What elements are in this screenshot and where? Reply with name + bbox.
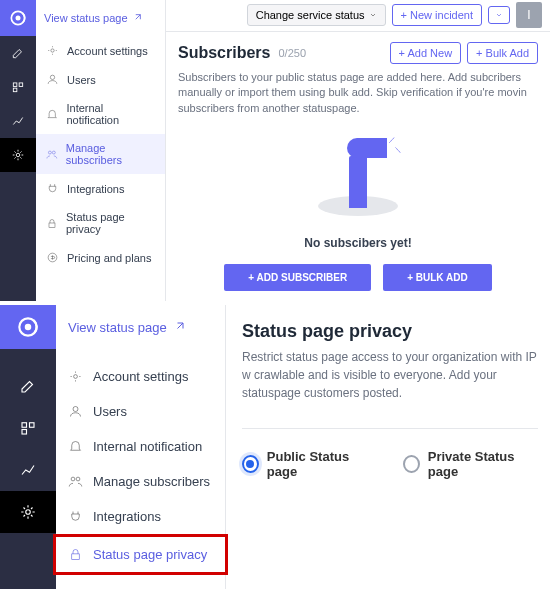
svg-rect-15 <box>30 423 35 428</box>
nav-label: Manage subscribers <box>93 474 210 489</box>
svg-point-19 <box>73 407 78 412</box>
pricing-icon <box>46 251 59 264</box>
periscope-illustration: ⟋⟍ <box>313 134 403 224</box>
svg-point-5 <box>16 153 20 157</box>
components-icon <box>11 80 25 94</box>
empty-text: No subscibers yet! <box>304 236 411 250</box>
rail-item-components[interactable] <box>0 70 36 104</box>
svg-point-21 <box>76 477 80 481</box>
bulk-add-button-large[interactable]: + BULK ADD <box>383 264 491 291</box>
main-area: Status page privacy Restrict status page… <box>226 305 550 589</box>
gear-icon <box>11 148 25 162</box>
view-status-link[interactable]: View status page <box>68 320 185 335</box>
view-status-label: View status page <box>44 12 128 24</box>
svg-rect-4 <box>13 88 17 92</box>
empty-actions: + ADD SUBSCRIBER + BULK ADD <box>224 264 491 291</box>
view-status-link[interactable]: View status page <box>44 12 142 24</box>
app-logo[interactable] <box>0 305 56 349</box>
title-row: Subscribers 0/250 + Add New + Bulk Add <box>178 42 538 64</box>
rail-item-compose[interactable] <box>0 36 36 70</box>
nav-manage-subscribers[interactable]: Manage subscribers <box>36 134 165 174</box>
nav-label: Manage subscribers <box>66 142 155 166</box>
nav-label: Account settings <box>93 369 188 384</box>
radio-private[interactable]: Private Status page <box>403 449 538 479</box>
svg-point-6 <box>51 49 54 52</box>
nav-manage-subscribers[interactable]: Manage subscribers <box>56 464 225 499</box>
svg-rect-3 <box>19 83 23 87</box>
analytics-icon <box>19 461 37 479</box>
user-icon <box>68 404 83 419</box>
rail-item-analytics[interactable] <box>0 104 36 138</box>
rail-item-settings[interactable] <box>0 138 36 172</box>
main-area: Change service status + New incident I S… <box>166 0 550 301</box>
view-status-label: View status page <box>68 320 167 335</box>
radio-label: Private Status page <box>428 449 538 479</box>
add-subscriber-button[interactable]: + ADD SUBSCRIBER <box>224 264 371 291</box>
gear-icon <box>19 503 37 521</box>
radio-public[interactable]: Public Status page <box>242 449 373 479</box>
nav-internal-notification[interactable]: Internal notification <box>36 94 165 134</box>
compose-icon <box>19 377 37 395</box>
page-description: Restrict status page access to your orga… <box>242 348 538 402</box>
svg-rect-16 <box>22 430 27 435</box>
chevron-down-icon <box>369 11 377 19</box>
nav-users[interactable]: Users <box>56 394 225 429</box>
logo-icon <box>15 314 41 340</box>
nav-integrations[interactable]: Integrations <box>36 174 165 203</box>
new-incident-dropdown[interactable] <box>488 6 510 24</box>
analytics-icon <box>11 114 25 128</box>
nav-account-settings[interactable]: Account settings <box>36 36 165 65</box>
nav-label: Pricing and plans <box>67 252 151 264</box>
chevron-down-icon <box>495 11 503 19</box>
nav-pricing[interactable]: Pricing and plans <box>36 243 165 272</box>
screenshot-subscribers: View status page Account settings Users … <box>0 0 550 305</box>
nav-status-privacy[interactable]: Status page privacy <box>36 203 165 243</box>
bell-icon <box>46 108 58 121</box>
nav-label: Users <box>67 74 96 86</box>
plug-icon <box>46 182 59 195</box>
add-new-button[interactable]: + Add New <box>390 42 462 64</box>
icon-rail <box>0 305 56 589</box>
rail-item-components[interactable] <box>0 407 56 449</box>
radio-dot-icon <box>403 455 420 473</box>
nav-label: Users <box>93 404 127 419</box>
radio-dot-icon <box>242 455 259 473</box>
icon-rail <box>0 0 36 301</box>
subscriber-count: 0/250 <box>278 47 306 59</box>
new-incident-button[interactable]: + New incident <box>392 4 482 26</box>
app-logo[interactable] <box>0 0 36 36</box>
bulk-add-button[interactable]: + Bulk Add <box>467 42 538 64</box>
change-status-dropdown[interactable]: Change service status <box>247 4 386 26</box>
nav-label: Integrations <box>93 509 161 524</box>
nav-label: Account settings <box>67 45 148 57</box>
compose-icon <box>11 46 25 60</box>
nav-label: Internal notification <box>93 439 202 454</box>
gear-icon <box>68 369 83 384</box>
svg-rect-10 <box>49 223 55 227</box>
annotation-highlight: Status page privacy <box>53 534 228 575</box>
nav-label: Integrations <box>67 183 124 195</box>
gear-icon <box>46 44 59 57</box>
nav-status-privacy[interactable]: Status page privacy <box>56 537 225 572</box>
svg-rect-22 <box>72 554 80 560</box>
nav-integrations[interactable]: Integrations <box>56 499 225 534</box>
nav-topbar: View status page <box>36 6 165 36</box>
rail-item-analytics[interactable] <box>0 449 56 491</box>
divider <box>242 428 538 429</box>
nav-internal-notification[interactable]: Internal notification <box>56 429 225 464</box>
privacy-radio-group: Public Status page Private Status page <box>242 449 538 479</box>
avatar[interactable]: I <box>516 2 542 28</box>
rail-item-compose[interactable] <box>0 365 56 407</box>
svg-point-9 <box>52 151 55 154</box>
svg-point-7 <box>50 75 54 79</box>
nav-label: Status page privacy <box>93 547 207 562</box>
subscribers-icon <box>68 474 83 489</box>
page-description: Subscribers to your public status page a… <box>178 70 538 116</box>
nav-users[interactable]: Users <box>36 65 165 94</box>
nav-list: Account settings Users Internal notifica… <box>36 36 165 272</box>
page-title: Status page privacy <box>242 321 538 342</box>
nav-account-settings[interactable]: Account settings <box>56 359 225 394</box>
lock-icon <box>46 217 58 230</box>
svg-point-20 <box>71 477 75 481</box>
rail-item-settings[interactable] <box>0 491 56 533</box>
